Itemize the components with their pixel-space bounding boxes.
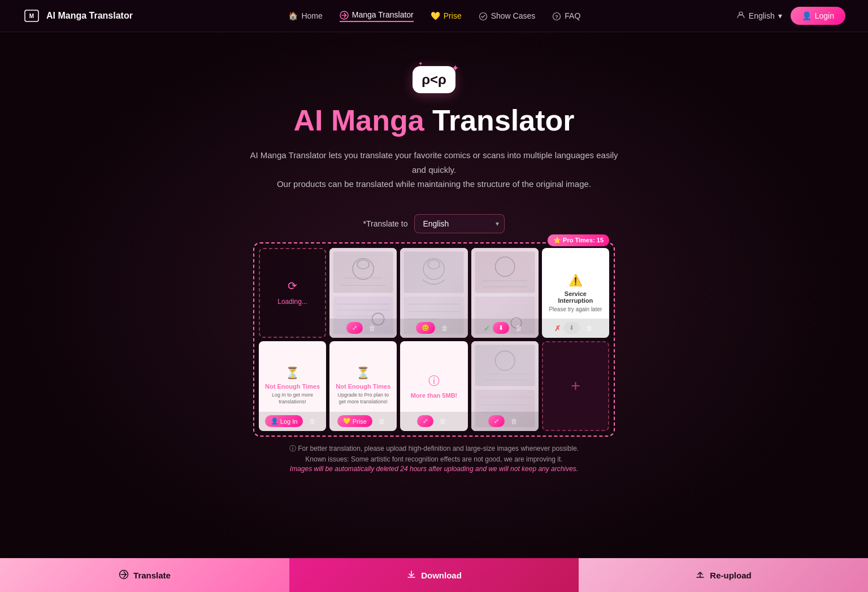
bottom-action-bar: Translate Download Re-upload <box>0 558 868 592</box>
grid-cell-not-enough-login: ⏳ Not Enough Times Log In to get more tr… <box>259 341 326 431</box>
login-button[interactable]: 👤 Login <box>791 7 845 25</box>
trash-button-2[interactable]: 🗑 <box>365 321 380 336</box>
free-times-badge: ⭐ Pro Times: 15 <box>548 234 609 246</box>
expand-button-8[interactable]: ⤢ <box>417 415 433 427</box>
nav-links: 🏠 Home Manga Translator 💛 Prise <box>288 10 580 21</box>
svg-point-3 <box>479 12 487 20</box>
star-icon-7: 💛 <box>343 417 351 425</box>
note-2: Known issues: Some artistic font recogni… <box>253 454 615 465</box>
nav-item-faq[interactable]: ? FAQ <box>552 11 580 20</box>
exclamation-icon-8: ⓘ <box>411 373 458 389</box>
svg-rect-8 <box>333 251 393 293</box>
grid-cell-3: 😊 🗑 <box>400 248 467 338</box>
navbar: M AI Manga Translator 🏠 Home Manga Trans… <box>0 0 868 32</box>
language-select-wrapper: English Japanese Chinese Korean Spanish … <box>414 214 505 233</box>
hourglass-icon-7: ⏳ <box>335 366 391 380</box>
home-icon: 🏠 <box>288 11 298 20</box>
grid-cell-2: ⤢ 🗑 <box>329 248 397 338</box>
x-icon-5: ✗ <box>554 324 561 333</box>
trash-button-9[interactable]: 🗑 <box>507 414 522 429</box>
reupload-bar-icon <box>695 569 705 581</box>
prise-icon: 💛 <box>431 11 440 20</box>
note-3: Images will be automatically deleted 24 … <box>253 465 615 473</box>
image-grid-container: ⭐ Pro Times: 15 ⟳ Loading... <box>253 242 615 437</box>
trash-button-5[interactable]: 🗑 <box>582 321 597 336</box>
service-interruption-content: ⚠️ Service Interruption Please try again… <box>542 268 609 318</box>
nav-logo[interactable]: M AI Manga Translator <box>23 7 133 25</box>
faq-icon: ? <box>552 11 561 20</box>
cell-6-actions: 👤 Log In 🗑 <box>259 412 326 431</box>
login-action-button-6[interactable]: 👤 Log In <box>265 415 303 427</box>
not-enough-desc-6: Log In to get more translations! <box>264 392 320 405</box>
trash-button-7[interactable]: 🗑 <box>375 414 389 429</box>
grid-cell-loading: ⟳ Loading... <box>259 248 326 338</box>
translate-to-label: *Translate to <box>363 219 408 228</box>
service-interruption-title: Service Interruption <box>548 290 604 304</box>
translator-icon <box>340 10 349 19</box>
logo-text: AI Manga Translator <box>46 11 133 21</box>
warning-icon: ⚠️ <box>548 273 604 287</box>
svg-text:M: M <box>29 13 34 19</box>
trash-button-3[interactable]: 🗑 <box>437 321 452 336</box>
expand-icon-8: ⤢ <box>423 417 428 425</box>
download-disabled-5: ⬇ <box>563 322 580 334</box>
download-button-4[interactable]: ⬇ <box>493 322 509 334</box>
person-icon <box>736 11 745 21</box>
showcases-icon <box>479 11 488 20</box>
service-interruption-desc: Please try again later <box>548 306 604 312</box>
grid-cell-not-enough-prise: ⏳ Not Enough Times Upgrade to Pro plan t… <box>329 341 397 431</box>
nav-item-prise[interactable]: 💛 Prise <box>431 11 462 20</box>
not-enough-title-7: Not Enough Times <box>335 383 391 390</box>
trash-button-6[interactable]: 🗑 <box>305 414 320 429</box>
grid-cell-4: ✓ ⬇ 🗑 <box>471 248 539 338</box>
loading-indicator: ⟳ Loading... <box>277 279 307 306</box>
smiley-icon: 😊 <box>422 324 429 332</box>
translate-to-row: *Translate to English Japanese Chinese K… <box>11 214 857 233</box>
cell-7-actions: 💛 Prise 🗑 <box>329 412 397 431</box>
nav-item-manga-translator[interactable]: Manga Translator <box>340 10 414 21</box>
svg-rect-19 <box>404 251 464 293</box>
translate-to-select[interactable]: English Japanese Chinese Korean Spanish … <box>414 214 505 233</box>
not-enough-login-content: ⏳ Not Enough Times Log In to get more tr… <box>259 360 326 411</box>
nav-right: English ▾ 👤 Login <box>736 7 845 25</box>
hero-title: AI Manga Translator <box>11 105 857 137</box>
chevron-down-icon: ▾ <box>778 11 782 20</box>
more-5mb-title-8: More than 5MB! <box>411 392 458 399</box>
hero-description: AI Manga Translator lets you translate y… <box>242 148 626 191</box>
translate-button[interactable]: Translate <box>0 558 289 592</box>
login-icon: 👤 <box>802 11 811 20</box>
expand-button-2[interactable]: ⤢ <box>346 322 363 334</box>
expand-button-9[interactable]: ⤢ <box>488 415 505 427</box>
translate-bar-icon <box>119 569 129 581</box>
download-button[interactable]: Download <box>289 558 579 592</box>
add-image-button[interactable]: + <box>571 377 580 395</box>
logo-icon: M <box>23 7 41 25</box>
cell-8-actions: ⤢ 🗑 <box>400 412 467 431</box>
image-upload-grid: ⟳ Loading... <box>253 242 615 437</box>
smiley-button-3[interactable]: 😊 <box>416 322 435 334</box>
hero-section: ρ<ρ ✦ ✦ AI Manga Translator AI Manga Tra… <box>0 32 868 495</box>
not-enough-title-6: Not Enough Times <box>264 383 320 390</box>
hourglass-icon-6: ⏳ <box>264 366 320 380</box>
language-selector[interactable]: English ▾ <box>736 11 782 21</box>
reupload-button[interactable]: Re-upload <box>579 558 868 592</box>
download-disabled-icon: ⬇ <box>569 324 574 332</box>
prise-action-button-7[interactable]: 💛 Prise <box>337 415 372 427</box>
trash-button-8[interactable]: 🗑 <box>436 414 450 429</box>
cell-9-actions: ⤢ 🗑 <box>471 412 539 431</box>
grid-cell-add[interactable]: + <box>542 341 609 431</box>
download-bar-icon <box>406 569 416 581</box>
notes-section: ⓘ For better translation, please upload … <box>253 443 615 473</box>
trash-button-4[interactable]: 🗑 <box>511 321 526 336</box>
cell-4-actions: ✓ ⬇ 🗑 <box>471 319 539 338</box>
star-small: ✦ <box>418 60 423 67</box>
download-icon: ⬇ <box>498 324 504 332</box>
nav-item-showcases[interactable]: Show Cases <box>479 11 536 20</box>
loading-text: Loading... <box>277 298 307 306</box>
expand-icon: ⤢ <box>352 324 357 332</box>
language-label: English <box>749 11 775 20</box>
note-1: ⓘ For better translation, please upload … <box>253 443 615 454</box>
star-decoration: ✦ <box>452 63 459 73</box>
nav-item-home[interactable]: 🏠 Home <box>288 11 322 20</box>
grid-cell-service-interruption: ⚠️ Service Interruption Please try again… <box>542 248 609 338</box>
